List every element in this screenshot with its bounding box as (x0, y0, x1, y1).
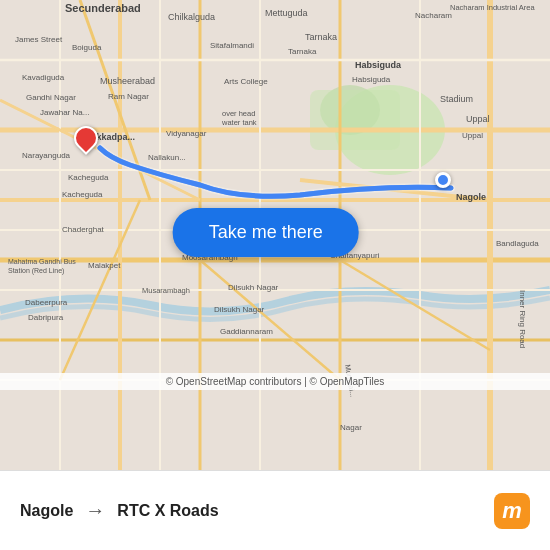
origin-marker (435, 172, 451, 188)
svg-text:Dilsukh Nagar: Dilsukh Nagar (228, 283, 279, 292)
svg-text:water tank: water tank (221, 118, 257, 127)
svg-text:Malakpet: Malakpet (88, 261, 121, 270)
route-button-container: Take me there (173, 208, 359, 257)
svg-text:Chilkalguda: Chilkalguda (168, 12, 215, 22)
svg-text:Nacharam: Nacharam (415, 11, 452, 20)
svg-text:Kacheguda: Kacheguda (68, 173, 109, 182)
svg-text:Nagole: Nagole (456, 192, 486, 202)
svg-text:Mahatma Gandhi Bus: Mahatma Gandhi Bus (8, 258, 76, 265)
from-location: Nagole (20, 502, 73, 520)
svg-text:Dabripura: Dabripura (28, 313, 64, 322)
svg-text:Tarnaka: Tarnaka (288, 47, 317, 56)
bottom-bar: Nagole → RTC X Roads m (0, 470, 550, 550)
svg-text:Gaddiannaram: Gaddiannaram (220, 327, 273, 336)
take-me-there-button[interactable]: Take me there (173, 208, 359, 257)
svg-text:Secunderabad: Secunderabad (65, 2, 141, 14)
moovit-logo: m (494, 493, 530, 529)
svg-text:Nallakun...: Nallakun... (148, 153, 186, 162)
svg-text:Tarnaka: Tarnaka (305, 32, 337, 42)
svg-text:Inner Ring Road: Inner Ring Road (518, 290, 527, 348)
svg-text:James Street: James Street (15, 35, 63, 44)
moovit-logo-mark: m (494, 493, 530, 529)
svg-text:Musarambagh: Musarambagh (142, 286, 190, 295)
svg-text:Habsiguda: Habsiguda (355, 60, 402, 70)
svg-text:Dilsukh Nagar: Dilsukh Nagar (214, 305, 265, 314)
svg-text:Gandhi Nagar: Gandhi Nagar (26, 93, 76, 102)
svg-text:Bandlaguda: Bandlaguda (496, 239, 539, 248)
svg-text:Nagar: Nagar (340, 423, 362, 432)
svg-text:Kavadiguda: Kavadiguda (22, 73, 65, 82)
svg-text:Habsiguda: Habsiguda (352, 75, 391, 84)
svg-text:Nacharam Industrial Area: Nacharam Industrial Area (450, 3, 535, 12)
svg-text:Dabeerpura: Dabeerpura (25, 298, 68, 307)
svg-text:Boiguda: Boiguda (72, 43, 102, 52)
svg-text:Uppal: Uppal (466, 114, 490, 124)
to-location: RTC X Roads (117, 502, 218, 520)
svg-text:Stadium: Stadium (440, 94, 473, 104)
svg-text:Vidyanagar: Vidyanagar (166, 129, 207, 138)
svg-text:over head: over head (222, 109, 255, 118)
map-container: Secunderabad Chilkalguda Mettuguda Nacha… (0, 0, 550, 470)
svg-text:Ram Nagar: Ram Nagar (108, 92, 149, 101)
svg-text:Station (Red Line): Station (Red Line) (8, 267, 64, 275)
destination-marker (74, 126, 98, 150)
svg-text:Kacheguda: Kacheguda (62, 190, 103, 199)
svg-text:Musheerabad: Musheerabad (100, 76, 155, 86)
svg-text:Narayanguda: Narayanguda (22, 151, 71, 160)
svg-rect-3 (310, 90, 400, 150)
svg-text:Sitafalmandi: Sitafalmandi (210, 41, 254, 50)
svg-text:Mettuguda: Mettuguda (265, 8, 308, 18)
svg-text:Arts College: Arts College (224, 77, 268, 86)
svg-text:Chaderghat: Chaderghat (62, 225, 105, 234)
svg-text:Uppal: Uppal (462, 131, 483, 140)
svg-text:Jawahar Na...: Jawahar Na... (40, 108, 89, 117)
route-arrow-icon: → (85, 499, 105, 522)
copyright-text: © OpenStreetMap contributors | © OpenMap… (0, 373, 550, 390)
